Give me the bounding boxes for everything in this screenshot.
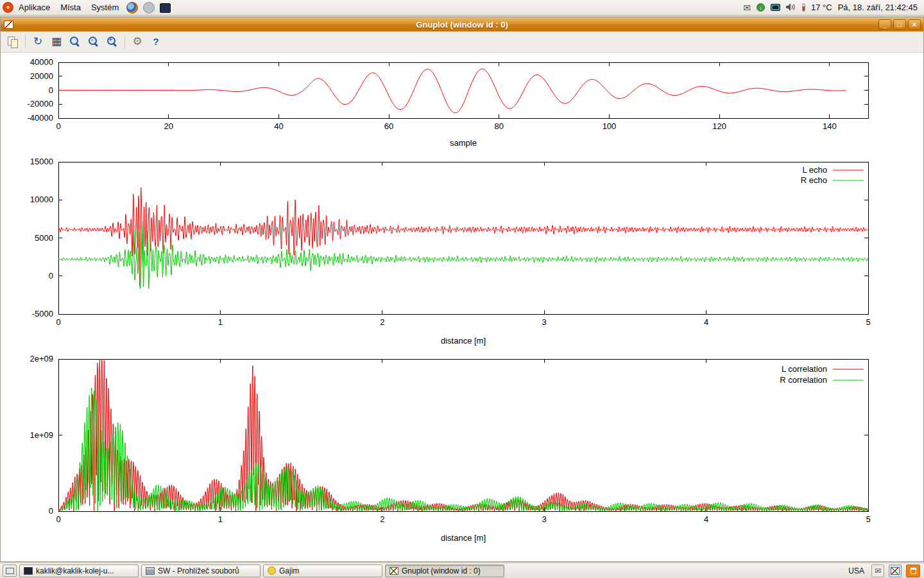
svg-text:distance [m]: distance [m]: [441, 336, 486, 346]
svg-text:5: 5: [866, 317, 870, 327]
ubuntu-logo-icon[interactable]: [3, 2, 13, 13]
svg-text:120: 120: [712, 121, 726, 131]
svg-text:0: 0: [49, 85, 53, 95]
task-button-file-manager[interactable]: SW - Prohlížeč souborů: [141, 565, 261, 577]
task-button-terminal[interactable]: kaklik@kaklik-kolej-u...: [19, 565, 139, 577]
keyboard-layout-indicator[interactable]: USA: [846, 566, 867, 575]
svg-text:2: 2: [380, 514, 384, 524]
svg-text:-40000: -40000: [28, 113, 53, 123]
svg-text:1e+09: 1e+09: [30, 430, 53, 440]
svg-text:1: 1: [218, 514, 223, 524]
svg-text:R correlation: R correlation: [780, 375, 827, 385]
menu-places[interactable]: Místa: [55, 0, 86, 15]
svg-text:distance [m]: distance [m]: [441, 533, 486, 543]
svg-text:4: 4: [704, 317, 708, 327]
gnuplot-mini-icon: [891, 567, 900, 575]
clock-label[interactable]: Pá, 18. září, 21:42:45: [838, 3, 918, 12]
plots-svg: 020406080100120140-40000-200000200004000…: [1, 53, 923, 561]
mail-applet-icon[interactable]: ✉: [871, 565, 884, 577]
svg-text:60: 60: [384, 121, 393, 131]
display-applet-icon[interactable]: [771, 4, 780, 11]
svg-text:-5000: -5000: [32, 309, 53, 319]
show-desktop-button[interactable]: [3, 565, 17, 577]
window-title: Gnuplot (window id : 0): [1, 20, 923, 30]
svg-text:0: 0: [49, 506, 53, 516]
svg-text:20: 20: [164, 121, 173, 131]
refresh-icon[interactable]: ↻: [31, 35, 44, 48]
svg-text:15000: 15000: [30, 157, 53, 166]
zoom-in-icon[interactable]: +: [106, 35, 119, 48]
svg-text:3: 3: [542, 514, 547, 524]
svg-text:3: 3: [542, 317, 547, 327]
svg-text:10000: 10000: [30, 195, 53, 204]
svg-text:4: 4: [704, 514, 708, 524]
svg-text:20000: 20000: [30, 71, 53, 81]
svg-text:5000: 5000: [35, 233, 53, 243]
plot-canvas[interactable]: 020406080100120140-40000-200000200004000…: [1, 53, 923, 561]
maximize-button[interactable]: □: [893, 19, 906, 30]
svg-text:0: 0: [56, 317, 60, 327]
help-icon[interactable]: ?: [150, 35, 162, 48]
task-label: Gajim: [279, 566, 299, 575]
svg-text:80: 80: [495, 121, 504, 131]
settings-icon[interactable]: ⚙: [131, 35, 144, 48]
zoom-out-icon[interactable]: -: [87, 35, 100, 48]
window-icon[interactable]: [4, 21, 13, 29]
zoom-icon[interactable]: [69, 35, 81, 48]
svg-text:2: 2: [380, 317, 384, 327]
svg-text:140: 140: [823, 121, 837, 131]
temperature-label[interactable]: 17 °C: [811, 3, 832, 12]
gnuplot-window: Gnuplot (window id : 0) _ □ × ↻ ▦ - + ⚙ …: [0, 17, 924, 562]
mail-notification-icon[interactable]: ✉: [743, 0, 751, 15]
close-button[interactable]: ×: [908, 19, 921, 30]
window-titlebar[interactable]: Gnuplot (window id : 0) _ □ ×: [1, 17, 923, 31]
svg-text:40: 40: [274, 121, 283, 131]
desktop-icon: [6, 568, 14, 574]
file-manager-icon: [146, 567, 155, 575]
menu-applications[interactable]: Aplikace: [13, 0, 55, 15]
panel-status-area: ✉ ↓ 17 °C Pá, 18. září, 21:42:45: [743, 0, 924, 15]
taskbar: kaklik@kaklik-kolej-u... SW - Prohlížeč …: [0, 563, 924, 578]
menu-system-label: Systém: [91, 3, 119, 12]
update-applet-icon[interactable]: ↓: [757, 3, 765, 12]
gnome-top-panel: Aplikace Místa Systém ✉ ↓ 17 °C Pá, 18. …: [0, 0, 924, 15]
svg-text:-20000: -20000: [28, 99, 53, 109]
terminal-launcher-icon[interactable]: [160, 3, 171, 13]
svg-text:L correlation: L correlation: [782, 364, 827, 374]
trash-applet[interactable]: [906, 565, 920, 577]
svg-text:2e+09: 2e+09: [30, 354, 53, 363]
terminal-icon: [24, 567, 33, 575]
gnuplot-toolbar: ↻ ▦ - + ⚙ ?: [1, 31, 923, 53]
svg-text:100: 100: [603, 121, 617, 131]
menu-applications-label: Aplikace: [19, 3, 50, 12]
svg-text:0: 0: [49, 271, 53, 281]
chart-applet-icon[interactable]: [889, 565, 902, 577]
menu-system[interactable]: Systém: [86, 0, 124, 15]
svg-text:sample: sample: [450, 138, 477, 148]
menu-places-label: Místa: [60, 3, 81, 12]
task-button-gajim[interactable]: Gajim: [263, 565, 382, 577]
help-launcher-icon[interactable]: [143, 2, 155, 13]
svg-text:0: 0: [56, 514, 60, 524]
window-controls: _ □ ×: [877, 19, 921, 30]
thermometer-icon: [802, 3, 805, 12]
grid-icon[interactable]: ▦: [50, 35, 63, 48]
gnuplot-icon: [389, 567, 398, 575]
minimize-button[interactable]: _: [878, 19, 891, 30]
task-label: kaklik@kaklik-kolej-u...: [36, 566, 114, 575]
task-label: Gnuplot (window id : 0): [402, 566, 481, 575]
gajim-icon: [268, 566, 276, 575]
volume-icon[interactable]: [786, 0, 796, 15]
copy-icon[interactable]: [6, 35, 19, 48]
task-label: SW - Prohlížeč souborů: [158, 566, 239, 575]
toolbar-separator: [124, 35, 125, 48]
taskbar-status-area: USA ✉: [846, 565, 921, 577]
svg-text:1: 1: [218, 317, 223, 327]
svg-text:5: 5: [866, 514, 870, 524]
firefox-launcher-icon[interactable]: [126, 2, 138, 13]
task-button-gnuplot[interactable]: Gnuplot (window id : 0): [385, 565, 504, 577]
trash-icon: [911, 568, 916, 574]
svg-text:R echo: R echo: [801, 175, 827, 185]
svg-text:0: 0: [56, 121, 60, 131]
toolbar-separator: [25, 35, 26, 48]
